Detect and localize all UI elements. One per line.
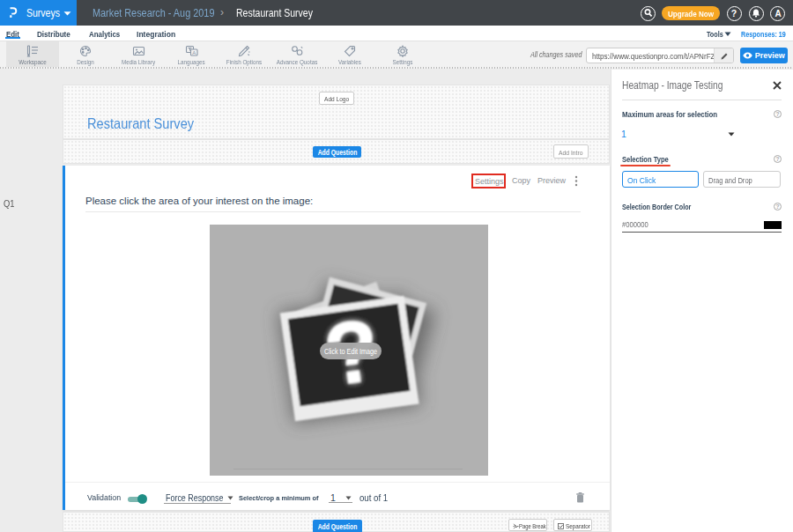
svg-text:Surveys: Surveys — [26, 6, 60, 19]
svg-text:A: A — [774, 9, 781, 18]
svg-text:Click to Edit Image: Click to Edit Image — [324, 347, 377, 356]
svg-text:A: A — [192, 50, 196, 55]
svg-text:?: ? — [731, 8, 737, 18]
